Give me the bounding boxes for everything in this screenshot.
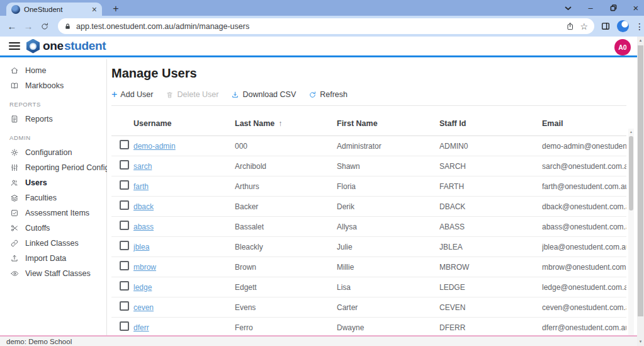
sidebar-item-configuration[interactable]: Configuration <box>0 145 106 160</box>
row-checkbox[interactable] <box>120 221 129 230</box>
table-row: sarch Archibold Shawn SARCH sarch@onestu… <box>111 156 626 176</box>
minimize-icon[interactable]: – <box>586 4 595 12</box>
email-cell: jblea@onestudent.com.au <box>542 243 626 251</box>
column-header-first-name[interactable]: First Name <box>337 119 439 128</box>
column-header-username[interactable]: Username <box>133 119 235 128</box>
table-scrollbar[interactable]: ▲ <box>628 129 634 335</box>
restore-icon[interactable] <box>609 4 618 11</box>
table-row: abass Bassalet Allysa ABASS abass@onestu… <box>111 217 626 237</box>
sliders-icon <box>9 163 20 172</box>
username-link[interactable]: dferr <box>133 323 149 332</box>
first-name-cell: Administrator <box>337 142 439 151</box>
chevron-down-icon[interactable] <box>563 6 572 11</box>
sidebar-item-cutoffs[interactable]: Cutoffs <box>0 221 106 236</box>
scroll-up-icon[interactable]: ▲ <box>637 37 644 45</box>
sidebar-item-label: Import Data <box>25 254 66 263</box>
scroll-up-icon[interactable]: ▲ <box>628 129 634 136</box>
username-link[interactable]: mbrow <box>133 263 156 272</box>
column-header-staff-id[interactable]: Staff Id <box>439 119 542 128</box>
last-name-cell: Archibold <box>235 162 337 171</box>
side-panel-icon[interactable] <box>601 21 611 31</box>
reload-icon[interactable] <box>37 22 53 31</box>
username-link[interactable]: jblea <box>133 243 149 251</box>
layers-icon <box>9 193 20 202</box>
first-name-cell: Julie <box>337 243 439 251</box>
table-row: jblea Bleackly Julie JBLEA jblea@onestud… <box>111 237 626 257</box>
sidebar-item-assessment-items[interactable]: Assessment Items <box>0 205 106 221</box>
upload-icon <box>9 254 20 263</box>
kebab-menu-icon[interactable]: ⋮ <box>635 21 644 32</box>
email-cell: dferr@onestudent.com.au <box>542 323 626 332</box>
sidebar-item-label: Configuration <box>25 148 72 157</box>
sidebar-item-linked-classes[interactable]: Linked Classes <box>0 236 106 251</box>
column-header-last-name[interactable]: Last Name ↑ <box>235 119 337 128</box>
table-row: demo-admin 000 Administrator ADMIN0 demo… <box>111 136 626 156</box>
username-link[interactable]: ceven <box>133 303 154 312</box>
forward-icon[interactable]: → <box>20 21 37 32</box>
staff-id-cell: SARCH <box>439 162 542 171</box>
sidebar-item-label: Reports <box>25 115 53 124</box>
column-header-email[interactable]: Email <box>542 119 626 128</box>
username-link[interactable]: farth <box>133 182 149 191</box>
table-scrollbar-thumb[interactable] <box>629 136 633 210</box>
staff-id-cell: ABASS <box>439 222 542 231</box>
username-link[interactable]: ledge <box>133 283 152 292</box>
sidebar-item-home[interactable]: Home <box>0 63 106 78</box>
sidebar-item-view-staff-classes[interactable]: View Staff Classes <box>0 266 106 281</box>
sort-ascending-icon[interactable]: ↑ <box>278 119 282 128</box>
close-window-icon[interactable]: × <box>631 3 640 13</box>
sidebar-item-reporting-period-configuration[interactable]: Reporting Period Configuration <box>0 160 106 175</box>
row-checkbox[interactable] <box>120 321 129 331</box>
bookmark-star-icon[interactable]: ☆ <box>580 21 588 32</box>
sidebar-item-reports[interactable]: Reports <box>0 112 106 127</box>
scroll-down-icon[interactable]: ▼ <box>637 338 644 346</box>
first-name-cell: Lisa <box>337 283 439 292</box>
last-name-cell: Evens <box>235 303 337 312</box>
sidebar-item-import-data[interactable]: Import Data <box>0 251 106 266</box>
sidebar-item-markbooks[interactable]: Markbooks <box>0 78 106 93</box>
username-link[interactable]: abass <box>133 222 154 231</box>
profile-avatar-icon[interactable] <box>617 20 629 32</box>
username-link[interactable]: demo-admin <box>133 142 176 151</box>
browser-tab[interactable]: OneStudent × <box>6 3 102 16</box>
add-user-label: Add User <box>120 90 153 99</box>
sidebar-item-faculties[interactable]: Faculties <box>0 190 106 205</box>
book-icon <box>9 81 20 90</box>
url-text[interactable]: app.test.onestudent.com.au/admin/manage-… <box>76 22 561 31</box>
delete-user-button[interactable]: Delete User <box>166 90 218 99</box>
first-name-cell: Carter <box>337 303 439 312</box>
back-icon[interactable]: ← <box>4 21 20 32</box>
sidebar: Home Markbooks REPORTS Reports ADMIN Con… <box>0 59 107 335</box>
download-csv-button[interactable]: Download CSV <box>231 90 296 99</box>
logo-text-student: student <box>64 39 106 53</box>
row-checkbox[interactable] <box>120 140 129 149</box>
username-link[interactable]: dback <box>133 202 154 211</box>
row-checkbox[interactable] <box>120 160 129 170</box>
onestudent-cube-icon <box>26 39 40 54</box>
add-user-button[interactable]: + Add User <box>111 89 153 100</box>
row-checkbox[interactable] <box>120 261 129 270</box>
staff-id-cell: LEDGE <box>439 283 542 292</box>
row-checkbox[interactable] <box>120 200 129 210</box>
share-icon[interactable] <box>566 22 575 31</box>
onestudent-logo[interactable]: onestudent <box>26 39 106 54</box>
user-avatar[interactable]: A0 <box>614 39 631 55</box>
refresh-button[interactable]: Refresh <box>308 90 347 99</box>
column-header-label: Last Name <box>235 119 274 128</box>
window-controls: – × <box>563 0 640 16</box>
username-link[interactable]: sarch <box>133 162 152 171</box>
close-tab-icon[interactable]: × <box>92 5 97 14</box>
sidebar-item-label: Linked Classes <box>25 239 79 248</box>
row-checkbox[interactable] <box>120 241 129 250</box>
url-bar[interactable]: app.test.onestudent.com.au/admin/manage-… <box>58 18 594 34</box>
table-row: ledge Edgett Lisa LEDGE ledge@onestudent… <box>111 277 626 297</box>
sidebar-item-users[interactable]: Users <box>0 175 106 190</box>
row-checkbox[interactable] <box>120 180 129 190</box>
row-checkbox[interactable] <box>120 301 129 311</box>
hamburger-menu-icon[interactable] <box>9 42 20 50</box>
page-scrollbar[interactable]: ▲ ▼ <box>637 37 644 346</box>
row-checkbox[interactable] <box>120 281 129 291</box>
new-tab-button[interactable]: + <box>108 2 123 15</box>
first-name-cell: Millie <box>337 263 439 272</box>
page-scrollbar-thumb[interactable] <box>638 45 643 316</box>
